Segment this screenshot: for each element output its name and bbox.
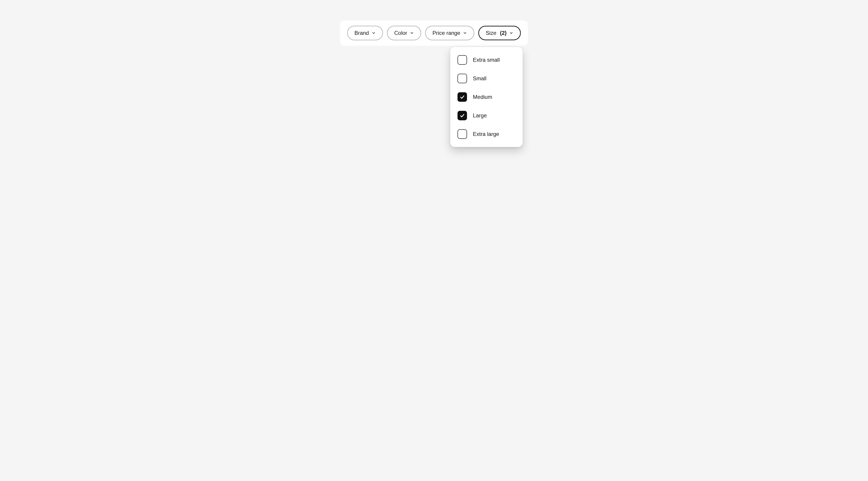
- option-label: Extra small: [473, 57, 500, 63]
- option-label: Extra large: [473, 131, 499, 137]
- option-label: Medium: [473, 94, 492, 100]
- size-option-medium[interactable]: Medium: [457, 90, 516, 104]
- filter-chip-color[interactable]: Color: [387, 26, 421, 40]
- filter-chip-label: Size: [486, 30, 496, 36]
- checkbox[interactable]: [458, 74, 467, 83]
- filter-chip-price-range[interactable]: Price range: [425, 26, 474, 40]
- size-option-small[interactable]: Small: [457, 71, 516, 86]
- filter-bar: Brand Color Price range Size (2): [340, 20, 528, 46]
- filter-chip-size[interactable]: Size (2): [478, 26, 521, 40]
- size-option-extra-large[interactable]: Extra large: [457, 127, 516, 142]
- option-label: Large: [473, 112, 487, 119]
- filter-chip-brand[interactable]: Brand: [347, 26, 383, 40]
- checkbox[interactable]: [458, 111, 467, 120]
- chevron-down-icon: [463, 31, 467, 35]
- size-option-extra-small[interactable]: Extra small: [457, 53, 516, 67]
- size-option-large[interactable]: Large: [457, 108, 516, 123]
- filter-chip-label: Brand: [354, 30, 369, 36]
- checkbox[interactable]: [458, 92, 467, 102]
- checkbox[interactable]: [458, 129, 467, 139]
- filter-chip-label: Color: [394, 30, 407, 36]
- chevron-down-icon: [509, 31, 513, 35]
- size-dropdown: Extra small Small Medium Large Extra lar: [450, 47, 523, 147]
- option-label: Small: [473, 75, 487, 82]
- filter-chip-count: (2): [500, 30, 506, 36]
- checkbox[interactable]: [458, 55, 467, 65]
- filter-container: Brand Color Price range Size (2): [340, 20, 528, 481]
- chevron-down-icon: [372, 31, 376, 35]
- filter-chip-label: Price range: [432, 30, 460, 36]
- chevron-down-icon: [410, 31, 414, 35]
